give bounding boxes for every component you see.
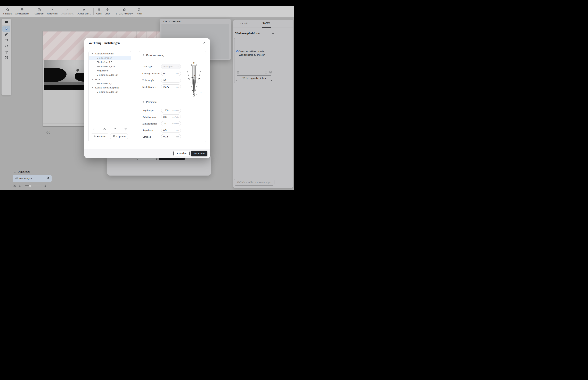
close-icon xyxy=(203,41,206,45)
tree-item[interactable]: Flachfräser 1,5 xyxy=(89,81,131,86)
dialog-title: Werkzeug-Einstellungen xyxy=(89,41,120,45)
cutting-diameter-input[interactable] xyxy=(163,71,174,76)
field-row-step-down: Step down mm xyxy=(139,128,206,133)
vbit-tool-diagram: SD A D xyxy=(183,62,205,98)
import-icon xyxy=(103,128,106,132)
field-row-umstieg: Umstieg mm xyxy=(139,134,206,139)
step-down-input[interactable] xyxy=(163,128,174,133)
tree-item[interactable]: V-Bit mit gerader Nut xyxy=(89,90,131,94)
export-icon xyxy=(114,128,117,132)
section-divider xyxy=(140,105,205,105)
shaft-diameter-input[interactable] xyxy=(163,85,174,89)
jog-tempo-input-box: mm/min xyxy=(161,108,181,113)
create-tool-button[interactable]: Erstellen xyxy=(91,133,108,139)
dialog-header-divider xyxy=(84,49,210,49)
field-row-jog-tempo: Jog-Tempo mm/min xyxy=(139,108,206,113)
tree-item-selected[interactable]: V-Bit schnitzen xyxy=(89,56,131,60)
edit-tool-button[interactable] xyxy=(92,127,96,132)
svg-text:SD: SD xyxy=(193,62,195,64)
field-row-arbeitstempo: Arbeitstempo mm/min xyxy=(139,114,206,120)
import-tool-button[interactable] xyxy=(102,127,107,132)
shaft-diameter-input-box: mm xyxy=(161,84,181,89)
tree-item[interactable]: V-Bit mit gerader Nut xyxy=(89,73,131,77)
svg-text:D: D xyxy=(200,91,201,94)
export-icon-button[interactable] xyxy=(113,127,117,132)
tree-item[interactable]: Flachfräser 1,5 xyxy=(89,60,131,64)
tree-item[interactable]: Flachfräser 3,175 xyxy=(89,64,131,69)
triangle-down-icon xyxy=(92,87,93,88)
tree-group[interactable]: Acryl xyxy=(89,77,131,81)
file-plus-icon xyxy=(93,135,96,138)
point-angle-input[interactable] xyxy=(163,78,174,82)
step-down-input-box: mm xyxy=(161,128,181,133)
parameter-section-heading: Parameter xyxy=(142,100,157,103)
chevron-down-icon xyxy=(177,66,179,69)
copy-tool-button[interactable]: Kopieren xyxy=(110,133,128,139)
close-dialog-button[interactable]: Schließen xyxy=(173,151,190,156)
tree-group[interactable]: Epoxid-Werkzeugplatte xyxy=(89,86,131,90)
eintauchtempo-input-box: mm/min xyxy=(161,121,181,126)
tool-type-select[interactable]: V-shaped ... xyxy=(161,64,181,69)
copy-plus-icon xyxy=(113,135,115,138)
svg-text:A: A xyxy=(194,74,195,77)
umstieg-input[interactable] xyxy=(163,134,174,139)
close-button[interactable] xyxy=(203,41,206,45)
point-angle-input-box: ° xyxy=(161,78,181,83)
cutting-diameter-input-box: mm xyxy=(161,71,181,76)
field-row-eintauchtempo: Eintauchtempo mm/min xyxy=(139,121,206,126)
dialog-footer: Schließen Auswählen xyxy=(84,149,210,158)
triangle-down-icon xyxy=(92,53,93,54)
tool-library-tree: Standard-Material V-Bit schnitzen Flachf… xyxy=(89,51,131,142)
tool-settings-dialog: Werkzeug-Einstellungen Standard-Material… xyxy=(84,38,210,158)
tree-item[interactable]: Kugelfräser xyxy=(89,69,131,73)
triangle-down-icon xyxy=(92,79,93,80)
tree-group[interactable]: Standard-Material xyxy=(89,52,131,56)
arbeitstempo-input-box: mm/min xyxy=(161,114,181,119)
gear-icon xyxy=(142,54,145,57)
trash-icon xyxy=(124,128,127,132)
delete-tool-button[interactable] xyxy=(124,127,128,132)
gear-icon xyxy=(142,100,145,103)
engrave-section-heading: Gravierwerkzeug xyxy=(142,54,164,57)
section-divider xyxy=(140,60,205,60)
umstieg-input-box: mm xyxy=(161,134,181,139)
edit-icon xyxy=(92,128,96,132)
tool-parameters-card: Gravierwerkzeug Tool Type V-shaped ... C… xyxy=(139,51,206,142)
select-tool-confirm-button[interactable]: Auswählen xyxy=(191,151,208,156)
